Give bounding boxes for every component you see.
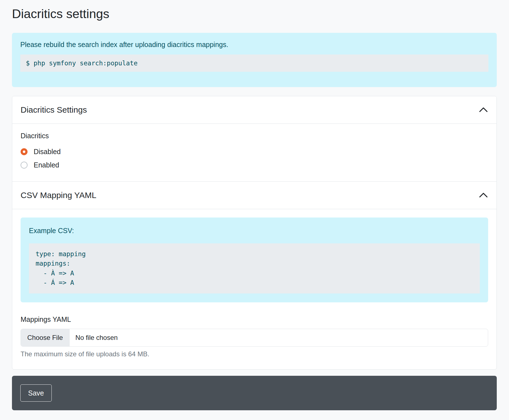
diacritics-settings-page: Diacritics settings Please rebuild the s…	[0, 7, 509, 419]
save-button[interactable]: Save	[20, 384, 52, 402]
accordion-item-csv-mapping: CSV Mapping YAML Example CSV: type: mapp…	[12, 181, 496, 369]
example-csv-box: Example CSV: type: mapping mappings: - À…	[21, 218, 488, 302]
section-title: Diacritics Settings	[21, 105, 87, 115]
csv-mapping-section-body: Example CSV: type: mapping mappings: - À…	[12, 209, 496, 369]
settings-accordion: Diacritics Settings Diacritics Disabled …	[12, 96, 497, 370]
chevron-up-icon	[479, 192, 488, 198]
radio-label[interactable]: Enabled	[34, 161, 59, 169]
alert-message: Please rebuild the search index after up…	[20, 40, 488, 49]
file-chosen-status: No file chosen	[70, 329, 123, 346]
accordion-item-diacritics: Diacritics Settings Diacritics Disabled …	[12, 96, 496, 181]
rebuild-command-code: $ php symfony search:populate	[20, 55, 488, 72]
mappings-yaml-file-input[interactable]: Choose File No file chosen	[21, 329, 488, 347]
upload-size-help-text: The maximum size of file uploads is 64 M…	[21, 350, 488, 358]
section-title: CSV Mapping YAML	[21, 191, 96, 200]
page-title: Diacritics settings	[12, 7, 497, 21]
radio-disabled-selected[interactable]	[21, 148, 28, 155]
example-yaml-code: type: mapping mappings: - À => A - Á => …	[29, 243, 480, 293]
accordion-header-diacritics[interactable]: Diacritics Settings	[12, 96, 496, 123]
example-csv-label: Example CSV:	[29, 226, 480, 235]
radio-label[interactable]: Disabled	[34, 148, 61, 156]
diacritics-field-label: Diacritics	[21, 132, 488, 140]
mappings-yaml-label: Mappings YAML	[21, 315, 488, 324]
accordion-header-csv-mapping[interactable]: CSV Mapping YAML	[12, 182, 496, 209]
radio-option-disabled[interactable]: Disabled	[21, 145, 488, 159]
radio-option-enabled[interactable]: Enabled	[21, 159, 488, 172]
chevron-up-icon	[479, 107, 488, 112]
rebuild-index-alert: Please rebuild the search index after up…	[12, 33, 497, 87]
diacritics-section-body: Diacritics Disabled Enabled	[12, 123, 496, 181]
radio-enabled-unselected[interactable]	[21, 162, 28, 169]
choose-file-button[interactable]: Choose File	[21, 329, 70, 346]
form-actions-bar: Save	[12, 376, 497, 410]
